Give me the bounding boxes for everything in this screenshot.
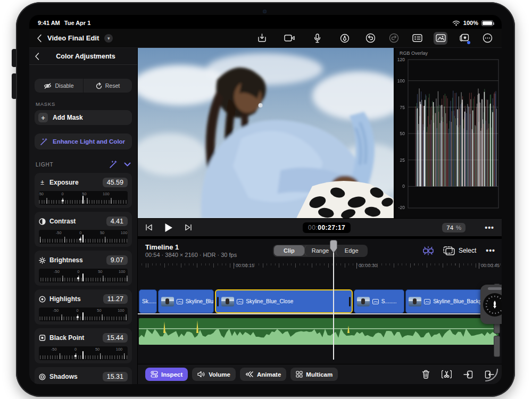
timeline-section: Timeline 1 00:54 · 3840 × 2160 · HDR · 3… [138, 236, 502, 384]
effects-icon[interactable] [457, 32, 471, 45]
panel-title: Color Adjustments [39, 53, 132, 60]
clip[interactable]: S........ [354, 289, 404, 313]
add-mask-button[interactable]: + Add Mask [35, 110, 132, 125]
corner-drag-indicator[interactable] [485, 368, 498, 382]
date: Tue Apr 1 [64, 20, 91, 26]
brightness-icon [39, 257, 46, 264]
undo-icon[interactable] [363, 32, 377, 45]
black-point-slider[interactable]: -50050100 [39, 346, 128, 360]
masks-section-label: MASKS [36, 101, 131, 107]
page: 9:41 AM Tue Apr 1 100% [0, 0, 532, 399]
mode-edge[interactable]: Edge [336, 245, 367, 256]
multicam-button[interactable]: Multicam [290, 368, 338, 381]
video-frame [138, 48, 394, 218]
clip-selected[interactable]: Skyline_Blue_Close [215, 289, 352, 313]
wifi-icon [452, 20, 460, 26]
black-point-value[interactable]: 15.44 [103, 333, 128, 343]
reset-icon [96, 82, 102, 89]
timeline-ruler[interactable]: 00:00:15 00:00:30 00:00:45 [139, 261, 502, 273]
front-camera [263, 10, 267, 13]
panel-back-icon[interactable] [35, 53, 39, 60]
collapse-chevron-icon[interactable] [124, 162, 131, 167]
brightness-slider[interactable]: -50050100 [39, 269, 128, 282]
delete-icon[interactable] [422, 370, 430, 379]
enhance-light-color-button[interactable]: Enhance Light and Color [35, 134, 132, 149]
zoom-level-button[interactable]: 74% [442, 223, 466, 232]
highlights-icon [39, 296, 46, 303]
keyframe-icon [245, 371, 254, 378]
back-icon[interactable] [37, 34, 42, 43]
shadows-value[interactable]: 15.31 [103, 372, 128, 381]
image-icon [237, 299, 243, 304]
volume-button[interactable]: Volume [192, 368, 236, 381]
playhead[interactable] [333, 240, 334, 360]
timecode: 00:00:27:17 [303, 222, 351, 233]
bottom-toolbar: Inspect Volume Animate [138, 364, 502, 384]
clip[interactable]: Sk...... [139, 289, 157, 313]
play-button[interactable] [164, 223, 173, 232]
top-toolbar: Video Final Edit ▾ [29, 29, 502, 48]
timeline-title[interactable]: Timeline 1 [145, 243, 273, 251]
pencil-icon[interactable] [338, 32, 352, 45]
timeline-more-icon[interactable]: ••• [486, 246, 495, 255]
animate-button[interactable]: Animate [240, 368, 286, 381]
skip-back-icon[interactable] [145, 224, 153, 231]
disable-button[interactable]: Disable [35, 79, 83, 93]
multicam-icon [296, 371, 303, 378]
reset-button[interactable]: Reset [83, 79, 132, 93]
clip-thumbnail [161, 297, 174, 306]
magnetic-timeline-icon[interactable] [422, 246, 435, 255]
disable-reset-group: Disable Reset [35, 79, 132, 93]
viewer-more-icon[interactable]: ••• [485, 223, 494, 232]
browser-icon[interactable] [410, 32, 424, 45]
mic-icon[interactable] [310, 32, 324, 45]
jog-dial[interactable] [483, 293, 502, 317]
color-adjustments-panel: Color Adjustments Disable Reset [29, 48, 138, 384]
plus-icon: + [38, 113, 48, 122]
mode-clip[interactable]: Clip [274, 245, 305, 256]
import-icon[interactable] [255, 32, 269, 45]
shadows-icon [39, 373, 46, 380]
project-title[interactable]: Video Final Edit [47, 34, 99, 42]
contrast-icon [39, 218, 46, 225]
media-icon[interactable] [434, 32, 447, 45]
jog-wheel[interactable] [480, 285, 502, 324]
black-point-icon [39, 335, 46, 341]
redo-icon[interactable] [387, 32, 401, 45]
slider-black-point: Black Point 15.44 -50050100 [35, 328, 132, 363]
exposure-icon: ± [39, 179, 46, 186]
select-tool-button[interactable]: Select [443, 246, 476, 255]
skip-forward-icon[interactable] [185, 224, 192, 231]
slider-contrast: Contrast 4.41 -50050100 [35, 212, 132, 247]
scope-title: RGB Overlay [400, 51, 428, 56]
audio-track[interactable] [139, 318, 498, 345]
scope-waveform [395, 48, 502, 218]
clip[interactable]: Skyline_Blue_Wide [158, 289, 214, 313]
exposure-slider[interactable]: -50050100 [39, 191, 128, 205]
clip-thumbnail [221, 297, 234, 306]
light-wand-icon[interactable] [109, 160, 118, 169]
video-viewer[interactable] [138, 48, 394, 218]
highlights-value[interactable]: 11.27 [103, 294, 128, 304]
camera-icon[interactable] [282, 32, 296, 45]
title-dropdown-icon[interactable]: ▾ [104, 34, 113, 43]
slider-highlights: Highlights 11.27 -50050100 [35, 289, 132, 325]
screen: 9:41 AM Tue Apr 1 100% [29, 15, 502, 384]
image-icon [177, 299, 183, 304]
insert-icon[interactable] [463, 370, 473, 379]
video-track: Sk...... Skyline_Blue_Wide Skyline_Blue_ [138, 289, 502, 314]
contrast-value[interactable]: 4.41 [106, 217, 128, 226]
battery-icon [481, 20, 493, 26]
split-icon[interactable] [442, 370, 452, 379]
brightness-value[interactable]: 9.07 [106, 255, 128, 265]
inspect-button[interactable]: Inspect [145, 368, 188, 381]
highlights-slider[interactable]: -50050100 [39, 307, 128, 321]
more-icon[interactable] [480, 32, 494, 45]
edit-mode-segmented-control: Clip Range Edge [273, 245, 368, 257]
battery-percent: 100% [463, 20, 478, 26]
contrast-slider[interactable]: -50050100 [39, 230, 128, 244]
jog-grip[interactable] [488, 287, 502, 290]
effects-badge [467, 41, 470, 44]
exposure-value[interactable]: 45.59 [103, 178, 128, 187]
inspect-icon [151, 371, 158, 378]
